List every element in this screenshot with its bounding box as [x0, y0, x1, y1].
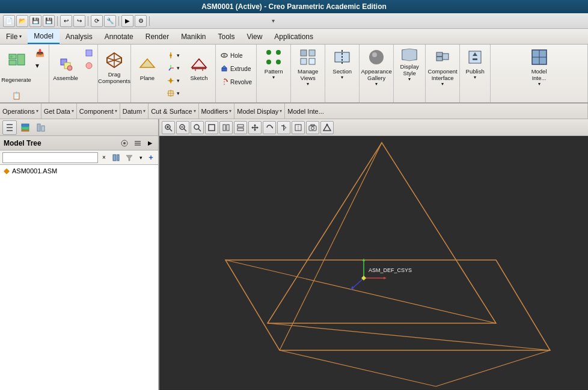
cmd-modifiers[interactable]: Modifiers ▾: [199, 104, 235, 119]
menu-applications[interactable]: Applications: [268, 29, 319, 44]
refit-button[interactable]: [292, 121, 305, 134]
search-down-button[interactable]: [110, 152, 122, 163]
search-add-button[interactable]: +: [146, 152, 156, 163]
revolve-button[interactable]: Revolve: [217, 76, 255, 88]
component-interface-button[interactable]: ComponentInterface ▾: [427, 47, 458, 88]
drag-components-button[interactable]: DragComponents: [99, 47, 129, 88]
axis-button[interactable]: ▾: [164, 49, 183, 61]
undo-button[interactable]: ↩: [60, 15, 72, 27]
menu-render[interactable]: Render: [139, 29, 175, 44]
assemble-button[interactable]: Assemble: [51, 47, 81, 88]
revolve-label: Revolve: [230, 79, 252, 85]
layer-view-button[interactable]: [18, 120, 32, 135]
manage-views-button[interactable]: ManageViews ▾: [292, 47, 323, 88]
zoom-out-button[interactable]: [176, 121, 189, 134]
get-data-bottom-button[interactable]: ▾: [32, 60, 47, 72]
pattern-button[interactable]: Pattern ▾: [258, 47, 289, 88]
feature-view-button[interactable]: [34, 120, 48, 135]
regen-sub1-button[interactable]: 📋: [9, 90, 24, 102]
assemble-sub2-button[interactable]: [82, 60, 96, 72]
toolbar-separator-4: [149, 16, 150, 26]
sketch-button[interactable]: Sketch: [184, 47, 214, 88]
redo-button[interactable]: ↪: [73, 15, 85, 27]
cmd-get-data[interactable]: Get Data ▾: [41, 104, 77, 119]
display-style-button[interactable]: Display Style ▾: [395, 47, 424, 83]
svg-rect-38: [309, 50, 315, 56]
get-data-top-button[interactable]: 📥: [32, 47, 47, 59]
relations-button[interactable]: 🔧: [104, 15, 116, 27]
publish-geometry-button[interactable]: Publish ▾: [461, 47, 489, 88]
tree-item-asm0001[interactable]: ◆ ASM0001.ASM: [0, 165, 158, 176]
cmd-datum[interactable]: Datum ▾: [120, 104, 149, 119]
display-style-icon: [400, 48, 419, 63]
ribbon-group-manage-views-content: ManageViews ▾: [292, 47, 323, 101]
refit-icon: [294, 123, 302, 132]
menu-tools-label: Tools: [218, 32, 234, 41]
svg-rect-85: [237, 128, 243, 131]
extrude-button[interactable]: Extrude: [217, 63, 255, 75]
regenerate-button[interactable]: ⟳ Regenerate: [1, 47, 31, 88]
model-intents-button[interactable]: Model Inte... ▾: [525, 47, 554, 88]
cmd-cut-surface[interactable]: Cut & Surface ▾: [149, 104, 198, 119]
model-tree-expand-button[interactable]: ▸: [145, 138, 155, 149]
menu-tools[interactable]: Tools: [212, 29, 240, 44]
svg-rect-83: [227, 125, 229, 131]
svg-rect-101: [159, 137, 588, 389]
rotate-button[interactable]: [263, 121, 276, 134]
viewpoint-button[interactable]: [320, 121, 334, 134]
save-button[interactable]: 💾: [29, 15, 41, 27]
get-data-top-icon: 📥: [35, 49, 44, 57]
regenerate-label: Regenerate: [1, 76, 31, 83]
model-tree-settings-button[interactable]: [118, 138, 130, 149]
menu-model-label: Model: [34, 32, 54, 40]
regen-sub1-icon: 📋: [12, 91, 21, 100]
cmd-component[interactable]: Component ▾: [77, 104, 120, 119]
view-mode1-button[interactable]: [205, 121, 218, 134]
pan-button[interactable]: [248, 121, 262, 134]
search-input[interactable]: [2, 152, 98, 163]
point-button[interactable]: ▾: [164, 75, 183, 87]
new-button[interactable]: 📄: [3, 15, 15, 27]
manage-views-label: ManageViews: [298, 68, 318, 81]
zoom-out-icon: [179, 123, 187, 132]
appearance-gallery-button[interactable]: AppearanceGallery ▾: [361, 47, 392, 88]
csys2-button[interactable]: ▾: [164, 87, 183, 99]
camera-button[interactable]: [306, 121, 319, 134]
section-button[interactable]: Section ▾: [326, 47, 358, 88]
view-mode3-button[interactable]: [234, 121, 247, 134]
menu-view[interactable]: View: [241, 29, 269, 44]
open-button[interactable]: 📂: [16, 15, 28, 27]
menu-file[interactable]: File ▾: [0, 29, 28, 44]
zoom-in-button[interactable]: [162, 121, 175, 134]
save-backup-button[interactable]: 💾: [43, 15, 55, 27]
svg-rect-48: [443, 54, 449, 60]
ribbon-group-model-intents-label: [492, 101, 586, 102]
plane-button[interactable]: Plane: [132, 47, 162, 88]
zoom-all-button[interactable]: [191, 121, 204, 134]
search-clear-button[interactable]: ×: [99, 152, 109, 163]
cmd-operations[interactable]: Operations ▾: [0, 104, 41, 119]
model-tree-menu-button[interactable]: [132, 138, 144, 149]
component-interface-label: ComponentInterface: [428, 68, 458, 81]
params-button[interactable]: ⚙: [135, 15, 147, 27]
regen-button-qt[interactable]: ⟳: [91, 15, 103, 27]
hole-button[interactable]: Hole: [217, 49, 255, 61]
assemble-sub1-button[interactable]: [82, 47, 96, 59]
menu-manikin[interactable]: Manikin: [175, 29, 212, 44]
csys-button[interactable]: ▾: [164, 62, 183, 74]
menu-analysis-label: Analysis: [66, 32, 93, 41]
view-mode2-button[interactable]: [219, 121, 233, 134]
search-filter-button[interactable]: [123, 152, 135, 163]
menu-analysis[interactable]: Analysis: [60, 29, 99, 44]
viewport[interactable]: ASM_DEF_CSYS: [159, 136, 588, 390]
cmd-model-display[interactable]: Model Display ▾: [234, 104, 285, 119]
search-filter-arrow-button[interactable]: ▾: [136, 152, 145, 163]
menu-annotate[interactable]: Annotate: [99, 29, 139, 44]
flip-button[interactable]: [277, 121, 290, 134]
tree-view-button[interactable]: [2, 120, 17, 135]
menu-model[interactable]: Model: [28, 29, 60, 44]
cmd-model-intents-bar[interactable]: Model Inte...: [285, 104, 588, 119]
svg-rect-29: [222, 68, 227, 71]
play-button[interactable]: ▶: [121, 15, 133, 27]
main-area: Model Tree ▸: [0, 119, 588, 390]
